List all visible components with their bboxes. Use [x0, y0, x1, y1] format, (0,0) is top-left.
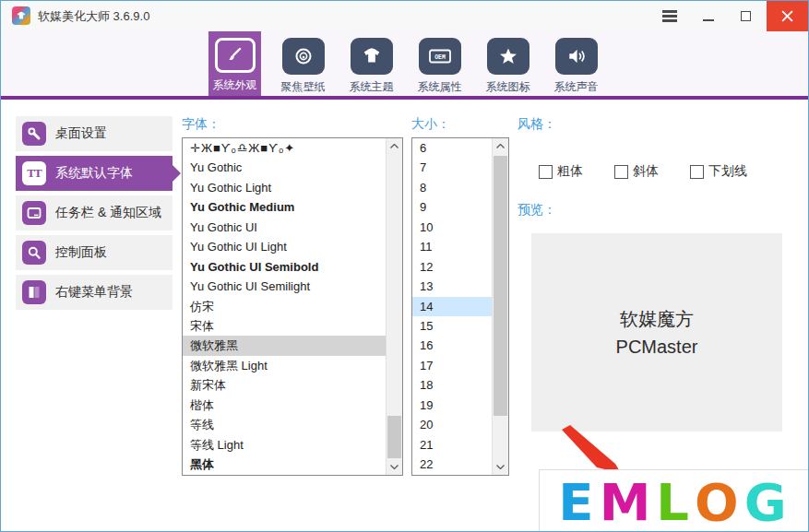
- emlog-watermark: E M L O G: [539, 469, 809, 532]
- magnifier-icon: [22, 241, 46, 265]
- toolbar-item-label: 系统外观: [213, 77, 257, 93]
- app-logo-icon: [12, 6, 30, 25]
- tab-system-icons[interactable]: 系统图标: [482, 31, 534, 96]
- taskbar-icon: [22, 201, 46, 225]
- toolbar-item-label: 聚焦壁纸: [281, 79, 326, 95]
- size-list-item[interactable]: 9: [412, 197, 493, 217]
- sidebar-item-control-panel[interactable]: 控制面板: [16, 235, 173, 270]
- speaker-icon: [555, 38, 598, 75]
- font-list: ✛Ж■Ƴₒ♎Ж■Ƴₒ✦ Yu Gothic Yu Gothic Light Yu…: [182, 137, 403, 476]
- sidebar-item-label: 控制面板: [55, 244, 107, 261]
- size-list-item[interactable]: 20: [412, 415, 493, 434]
- size-list-item[interactable]: 21: [412, 435, 493, 455]
- font-list-scrollbar[interactable]: [386, 138, 402, 475]
- font-list-item[interactable]: Yu Gothic UI Semilight: [183, 277, 387, 296]
- font-list-item[interactable]: Yu Gothic Light: [183, 178, 387, 197]
- size-list-item[interactable]: 6: [412, 138, 493, 158]
- font-list-item[interactable]: 楷体: [183, 396, 387, 415]
- svg-text:OEM: OEM: [434, 54, 446, 61]
- size-list-item[interactable]: 14: [412, 297, 493, 316]
- checkbox-italic[interactable]: 斜体: [614, 163, 659, 180]
- font-list-item[interactable]: 微软雅黑 Light: [183, 356, 387, 375]
- sidebar-item-label: 右键菜单背景: [55, 284, 133, 301]
- hamburger-menu-icon[interactable]: [651, 1, 688, 31]
- font-list-rows: ✛Ж■Ƴₒ♎Ж■Ƴₒ✦ Yu Gothic Yu Gothic Light Yu…: [183, 138, 387, 474]
- scrollbar-thumb[interactable]: [494, 156, 507, 416]
- size-list-rows: 6 7 8 9 10 11 12 13 14 15 16 17: [412, 138, 493, 474]
- sidebar-item-desktop-settings[interactable]: 桌面设置: [16, 116, 173, 151]
- font-list-item[interactable]: 等线 Light: [183, 435, 387, 455]
- scroll-down-icon[interactable]: [387, 459, 402, 475]
- toolbar-item-label: 系统图标: [486, 79, 530, 95]
- checkbox-bold[interactable]: 粗体: [539, 163, 583, 180]
- font-list-item[interactable]: Yu Gothic Medium: [183, 197, 387, 217]
- star-icon: [487, 38, 529, 75]
- font-list-item[interactable]: Yu Gothic UI Semibold: [183, 257, 387, 277]
- checkbox-label: 下划线: [708, 163, 747, 180]
- tab-system-sounds[interactable]: 系统声音: [550, 31, 602, 96]
- size-list-item[interactable]: 12: [412, 257, 493, 277]
- close-icon[interactable]: [767, 1, 808, 31]
- checkbox-label: 斜体: [633, 163, 659, 180]
- sidebar-item-taskbar-notification[interactable]: 任务栏 & 通知区域: [16, 195, 173, 231]
- size-list-item[interactable]: 19: [412, 396, 493, 415]
- size-list-scrollbar[interactable]: [492, 138, 508, 475]
- app-window: 软媒美化大师 3.6.9.0 系统外观 聚焦壁纸: [0, 0, 809, 532]
- font-list-item[interactable]: Yu Gothic: [183, 158, 387, 177]
- size-list-item[interactable]: 15: [412, 316, 493, 336]
- minimize-icon[interactable]: [690, 1, 727, 31]
- wrench-icon: [22, 122, 46, 146]
- brush-icon: [215, 38, 256, 73]
- sidebar-item-system-default-font[interactable]: TT 系统默认字体: [16, 156, 173, 191]
- tab-system-theme[interactable]: 系统主题: [345, 31, 398, 96]
- font-list-item[interactable]: Yu Gothic UI: [183, 218, 387, 237]
- checkbox-icon[interactable]: [614, 165, 628, 179]
- font-list-item[interactable]: Yu Gothic UI Light: [183, 237, 387, 256]
- checkbox-icon[interactable]: [690, 165, 704, 179]
- maximize-icon[interactable]: [727, 1, 764, 31]
- size-list-item[interactable]: 16: [412, 336, 493, 355]
- font-section-label: 字体：: [182, 116, 220, 133]
- font-list-item[interactable]: 黑体: [183, 455, 387, 474]
- window-title: 软媒美化大师 3.6.9.0: [38, 1, 149, 31]
- tab-focus-wallpaper[interactable]: 聚焦壁纸: [277, 31, 329, 96]
- sidebar-item-label: 任务栏 & 通知区域: [55, 205, 161, 221]
- scroll-down-icon[interactable]: [493, 459, 508, 475]
- tab-system-appearance[interactable]: 系统外观: [208, 31, 261, 96]
- size-list-item[interactable]: 11: [412, 237, 493, 256]
- preview-section-label: 预览：: [518, 202, 556, 219]
- menu-background-icon: [22, 280, 46, 304]
- scroll-up-icon[interactable]: [493, 138, 508, 154]
- checkbox-icon[interactable]: [539, 165, 553, 179]
- size-list-item[interactable]: 8: [412, 178, 493, 197]
- size-list-item[interactable]: 7: [412, 158, 493, 177]
- checkbox-label: 粗体: [557, 163, 583, 180]
- checkbox-underline[interactable]: 下划线: [690, 163, 747, 180]
- watermark-letter: G: [744, 470, 792, 532]
- oem-icon: OEM: [419, 38, 461, 75]
- font-list-item[interactable]: 等线: [183, 415, 387, 434]
- size-list-item[interactable]: 13: [412, 277, 493, 296]
- size-list-item[interactable]: 18: [412, 375, 493, 395]
- sidebar-item-label: 系统默认字体: [55, 165, 133, 182]
- scrollbar-thumb[interactable]: [387, 416, 401, 458]
- size-list-item[interactable]: 17: [412, 356, 493, 375]
- scroll-up-icon[interactable]: [387, 138, 402, 154]
- style-section-label: 风格：: [518, 116, 556, 133]
- sidebar-item-context-menu-background[interactable]: 右键菜单背景: [16, 275, 173, 310]
- tab-system-properties[interactable]: OEM 系统属性: [413, 31, 466, 96]
- font-list-item[interactable]: ✛Ж■Ƴₒ♎Ж■Ƴₒ✦: [183, 138, 387, 158]
- toolbar-item-label: 系统属性: [418, 79, 462, 95]
- watermark-letter: M: [600, 470, 657, 532]
- font-list-item[interactable]: 仿宋: [183, 297, 387, 316]
- font-list-item[interactable]: 宋体: [183, 316, 387, 336]
- size-list-item[interactable]: 22: [412, 455, 493, 474]
- lens-icon: [282, 38, 325, 75]
- top-toolbar: 系统外观 聚焦壁纸 系统主题 OEM 系统属性: [1, 31, 808, 100]
- title-bar: 软媒美化大师 3.6.9.0: [1, 1, 808, 31]
- watermark-letter: O: [695, 470, 744, 532]
- font-list-item[interactable]: 微软雅黑: [183, 336, 387, 355]
- size-list-item[interactable]: 10: [412, 218, 493, 237]
- sidebar-item-label: 桌面设置: [55, 125, 107, 142]
- font-list-item[interactable]: 新宋体: [183, 375, 387, 395]
